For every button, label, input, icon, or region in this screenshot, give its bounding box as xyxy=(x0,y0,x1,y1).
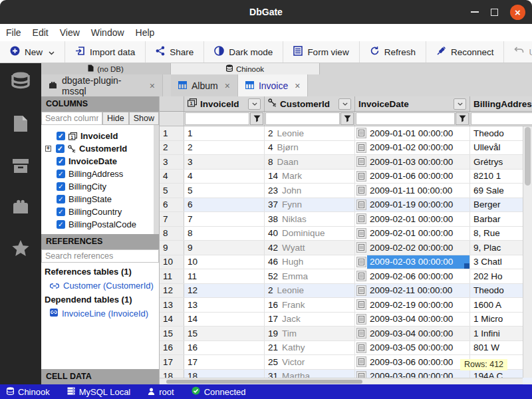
dark-mode-button[interactable]: Dark mode xyxy=(204,41,283,63)
column-list-item[interactable]: + ✓ 1 InvoiceDate xyxy=(41,155,154,168)
column-list-item[interactable]: + ✓ 1 BillingState xyxy=(41,193,154,205)
cell-customerid[interactable]: 37Fynn xyxy=(265,198,355,212)
filter-customerid-input[interactable] xyxy=(265,112,340,125)
references-panel-header[interactable]: REFERENCES xyxy=(41,234,159,249)
cell-customerid[interactable]: 25Victor xyxy=(265,355,355,369)
filter-funnel-icon[interactable] xyxy=(456,112,469,125)
vertical-scrollbar[interactable] xyxy=(523,126,532,378)
cell-invoicedate[interactable]: 2009-01-01 00:00:00 xyxy=(355,126,470,140)
column-list-item[interactable]: + ✓ 1 BillingAddress xyxy=(41,168,154,180)
cell-invoicedate[interactable]: 2009-02-06 00:00:00 xyxy=(355,269,470,283)
column-checkbox[interactable]: ✓ xyxy=(57,182,65,191)
detail-grid-icon[interactable] xyxy=(356,156,366,167)
cell-customerid[interactable]: 19Tim xyxy=(265,327,355,340)
cell-customerid[interactable]: 21Kathy xyxy=(265,341,355,355)
menu-edit[interactable]: Edit xyxy=(33,27,49,38)
row-number[interactable]: 4 xyxy=(160,170,184,184)
row-number[interactable]: 8 xyxy=(160,227,184,241)
status-user[interactable]: root xyxy=(148,387,174,397)
close-icon[interactable]: × xyxy=(225,80,230,91)
reference-link-invoiceline[interactable]: InvoiceLine (InvoiceId) xyxy=(44,307,156,321)
cell-invoicedate[interactable]: 2009-01-02 00:00:00 xyxy=(355,141,470,155)
row-number[interactable]: 10 xyxy=(160,255,184,269)
row-number[interactable]: 16 xyxy=(160,341,184,355)
row-number[interactable]: 7 xyxy=(160,212,184,226)
vertical-scrollbar-thumb[interactable] xyxy=(525,127,531,186)
detail-grid-icon[interactable] xyxy=(356,285,366,296)
cell-invoiceid[interactable]: 14 xyxy=(184,313,265,327)
cell-customerid[interactable]: 42Wyatt xyxy=(265,241,355,255)
column-list-item[interactable]: + ✓ 1 BillingCountry xyxy=(41,205,154,218)
cell-invoicedate[interactable]: 2009-02-01 00:00:00 xyxy=(355,227,470,241)
columns-panel-header[interactable]: COLUMNS xyxy=(41,96,159,112)
file-icon[interactable] xyxy=(13,114,29,136)
cell-customerid[interactable]: 46Hugh xyxy=(265,255,355,269)
menu-view[interactable]: View xyxy=(60,27,80,38)
cell-invoiceid[interactable]: 3 xyxy=(184,155,265,169)
detail-grid-icon[interactable] xyxy=(356,142,366,153)
column-checkbox[interactable]: ✓ xyxy=(57,157,65,166)
cell-invoiceid[interactable]: 16 xyxy=(184,341,265,355)
cell-customerid[interactable]: 16Frank xyxy=(265,298,355,312)
reference-link-customer[interactable]: Customer (CustomerId) xyxy=(44,279,156,293)
cell-invoiceid[interactable]: 11 xyxy=(184,269,265,283)
horizontal-scrollbar-thumb[interactable] xyxy=(166,380,362,384)
column-checkbox[interactable]: ✓ xyxy=(57,170,65,178)
filter-invoiceid-input[interactable] xyxy=(185,112,249,125)
new-button[interactable]: New xyxy=(0,41,65,63)
row-number[interactable]: 1 xyxy=(160,126,184,140)
cell-data-panel-header[interactable]: CELL DATA xyxy=(41,369,159,384)
detail-grid-icon[interactable] xyxy=(356,356,366,367)
plugin-icon[interactable] xyxy=(12,199,29,217)
tab-group-no-db[interactable]: (no DB) xyxy=(41,63,171,74)
archive-icon[interactable] xyxy=(12,158,29,177)
row-number[interactable]: 17 xyxy=(160,355,184,369)
filter-funnel-icon[interactable] xyxy=(340,112,354,125)
chevron-down-icon[interactable] xyxy=(338,98,351,110)
column-header-customerid[interactable]: CustomerId xyxy=(265,96,355,111)
cell-invoiceid[interactable]: 8 xyxy=(184,227,265,241)
share-button[interactable]: Share xyxy=(146,41,204,63)
menu-file[interactable]: File xyxy=(6,27,21,38)
status-connection[interactable]: MySQL Local xyxy=(67,387,131,397)
row-number[interactable]: 12 xyxy=(160,284,184,298)
cell-customerid[interactable]: 8Daan xyxy=(265,155,355,169)
close-button[interactable]: × xyxy=(510,5,525,20)
menu-help[interactable]: Help xyxy=(136,27,155,38)
cell-customerid[interactable]: 2Leonie xyxy=(265,284,355,298)
menu-window[interactable]: Window xyxy=(91,27,124,38)
cell-customerid[interactable]: 4Bjørn xyxy=(265,141,355,155)
cell-invoicedate[interactable]: 2009-02-03 00:00:00 xyxy=(355,255,470,269)
filter-billingaddress-input[interactable] xyxy=(471,112,532,125)
row-number[interactable]: 13 xyxy=(160,298,184,312)
chevron-down-icon[interactable] xyxy=(454,98,466,110)
column-checkbox[interactable]: ✓ xyxy=(57,220,65,229)
cell-invoiceid[interactable]: 1 xyxy=(184,126,265,140)
cell-customerid[interactable]: 23John xyxy=(265,184,355,198)
cell-invoiceid[interactable]: 4 xyxy=(184,170,265,184)
filter-invoicedate-input[interactable] xyxy=(356,112,455,125)
column-list-item[interactable]: + ✓ 1 CustomerId xyxy=(41,142,154,155)
cell-invoiceid[interactable]: 10 xyxy=(184,255,265,269)
chevron-down-icon[interactable] xyxy=(248,98,261,110)
detail-grid-icon[interactable] xyxy=(356,328,366,338)
detail-grid-icon[interactable] xyxy=(356,271,366,281)
filter-funnel-icon[interactable] xyxy=(250,112,263,125)
hide-button[interactable]: Hide xyxy=(102,112,129,125)
undo-button[interactable]: Undo xyxy=(504,41,532,63)
row-number[interactable]: 2 xyxy=(160,141,184,155)
cell-invoicedate[interactable]: 2009-02-11 00:00:00 xyxy=(355,284,470,298)
row-number[interactable]: 15 xyxy=(160,327,184,340)
cell-invoiceid[interactable]: 12 xyxy=(184,284,265,298)
cell-customerid[interactable]: 14Mark xyxy=(265,170,355,184)
column-list-item[interactable]: + ✓ 1 BillingPostalCode xyxy=(41,218,154,231)
column-list-item[interactable]: + ✓ 1 InvoiceId xyxy=(41,130,154,142)
row-number[interactable]: 6 xyxy=(160,198,184,212)
form-view-button[interactable]: Form view xyxy=(283,41,359,63)
detail-grid-icon[interactable] xyxy=(356,171,366,182)
tab-invoice[interactable]: Invoice × xyxy=(238,74,309,96)
horizontal-scrollbar[interactable] xyxy=(160,378,523,384)
show-button[interactable]: Show xyxy=(129,112,159,125)
column-checkbox[interactable]: ✓ xyxy=(57,207,65,216)
detail-grid-icon[interactable] xyxy=(356,342,366,353)
